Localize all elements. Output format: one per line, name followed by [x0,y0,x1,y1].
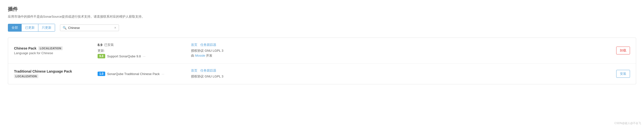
version-update-row: 9.8 Support SonarQube 9.8 ··· [98,54,176,58]
plugin-actions: 安装 [606,70,630,78]
plugin-name: Traditional Chinese Language Pack [14,69,72,73]
installed-text: 已安装 [104,43,114,47]
meta-links: 首页 任务跟踪器 [191,43,606,47]
plugin-meta: 首页 任务跟踪器 授权协议 GNU LGPL 3 [176,68,606,79]
update-version-badge-blue: 1.0 [98,72,105,76]
filter-all-button[interactable]: 全部 [8,24,22,31]
plugin-name: Chinese Pack [14,46,36,50]
meta-links: 首页 任务跟踪器 [191,68,606,73]
page-description: 应用市场中的插件不是由SonarSource提供或进行技术支持。请直接联系对应的… [8,14,636,19]
plugin-desc: Language pack for Chinese [14,51,93,55]
update-version-badge: 9.8 [98,54,105,58]
issue-tracker-link[interactable]: 任务跟踪器 [200,68,216,73]
search-box: 🔍 × [60,24,119,31]
plugin-info: Chinese Pack LOCALIZATION Language pack … [14,46,93,55]
plugin-item: Traditional Chinese Language Pack LOCALI… [8,63,636,84]
plugin-tag: LOCALIZATION [14,74,38,78]
license-text: 授权协议 GNU LGPL 3 [191,49,606,53]
developer-text: 由 Mossle 开发 [191,53,606,58]
issue-tracker-link[interactable]: 任务跟踪器 [200,43,216,47]
version-update-row: 1.0 SonarQube Traditional Chinese Pack ·… [98,72,176,76]
homepage-link[interactable]: 首页 [191,68,198,73]
plugin-version-info: 1.0 SonarQube Traditional Chinese Pack ·… [93,72,176,76]
developer-link[interactable]: Mossle [195,54,205,57]
plugin-actions: 卸载 [606,47,630,54]
update-description: SonarQube Traditional Chinese Pack [107,72,160,76]
homepage-link[interactable]: 首页 [191,43,198,47]
more-dots: ··· [143,54,146,58]
filter-updated-button[interactable]: 已更新 [22,24,38,31]
uninstall-button[interactable]: 卸载 [616,47,630,54]
version-installed-row: 8.9 已安装 [98,43,176,47]
filter-group: 全部 已更新 只更新 [8,24,55,32]
update-label: 更新: [98,49,176,53]
update-description: Support SonarQube 9.8 [107,54,141,58]
plugin-meta: 首页 任务跟踪器 授权协议 GNU LGPL 3 由 Mossle 开发 [176,43,606,58]
toolbar: 全部 已更新 只更新 🔍 × [8,24,636,32]
developer-prefix: 由 [191,54,194,57]
plugin-version-info: 8.9 已安装 更新: 9.8 Support SonarQube 9.8 ··… [93,43,176,58]
version-number: 8.9 [98,43,102,47]
plugin-tag: LOCALIZATION [38,46,63,50]
plugin-tag-row: LOCALIZATION [14,74,93,78]
plugin-name-row: Chinese Pack LOCALIZATION [14,46,93,50]
plugin-info: Traditional Chinese Language Pack LOCALI… [14,69,93,78]
developer-suffix: 开发 [206,54,212,57]
clear-search-button[interactable]: × [114,26,116,29]
install-button[interactable]: 安装 [616,70,630,78]
search-icon: 🔍 [63,26,66,30]
filter-update-only-button[interactable]: 只更新 [38,24,55,31]
page-container: 插件 应用市场中的插件不是由SonarSource提供或进行技术支持。请直接联系… [0,0,644,127]
page-title: 插件 [8,6,636,12]
license-text: 授权协议 GNU LGPL 3 [191,74,606,79]
plugin-item: Chinese Pack LOCALIZATION Language pack … [8,38,636,63]
plugin-name-row: Traditional Chinese Language Pack [14,69,93,73]
more-dots: ··· [162,72,164,76]
plugin-list: Chinese Pack LOCALIZATION Language pack … [8,37,636,84]
watermark: CSDN@超人@不会飞 [614,121,641,125]
search-input[interactable] [68,26,113,30]
